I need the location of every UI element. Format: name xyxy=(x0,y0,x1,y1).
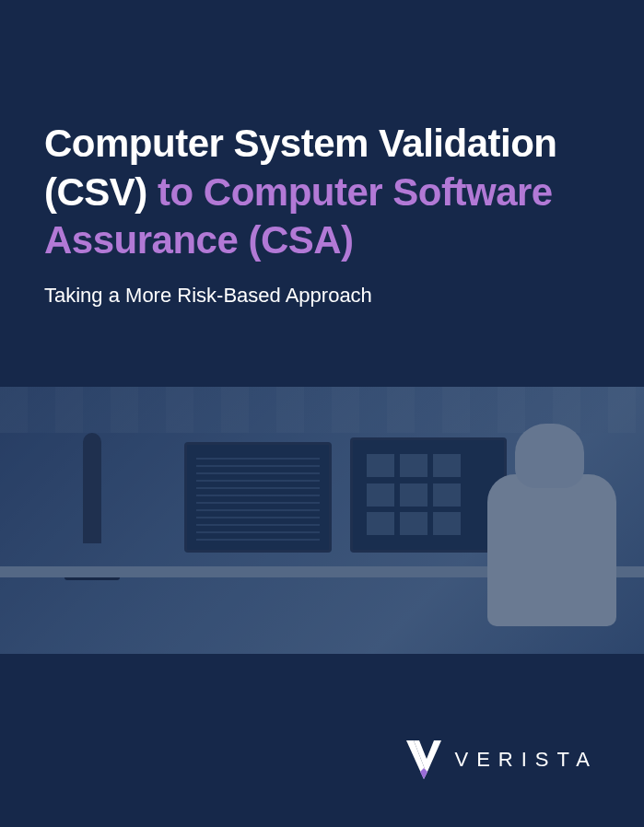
logo-mark-icon xyxy=(406,740,441,779)
subtitle: Taking a More Risk-Based Approach xyxy=(44,284,600,308)
brand-logo: VERISTA xyxy=(406,740,598,779)
hero-image xyxy=(0,387,644,654)
title-connector: to xyxy=(147,170,204,214)
header-content: Computer System Validation (CSV) to Comp… xyxy=(0,0,644,308)
brand-name: VERISTA xyxy=(454,748,598,772)
page-title: Computer System Validation (CSV) to Comp… xyxy=(44,120,600,265)
